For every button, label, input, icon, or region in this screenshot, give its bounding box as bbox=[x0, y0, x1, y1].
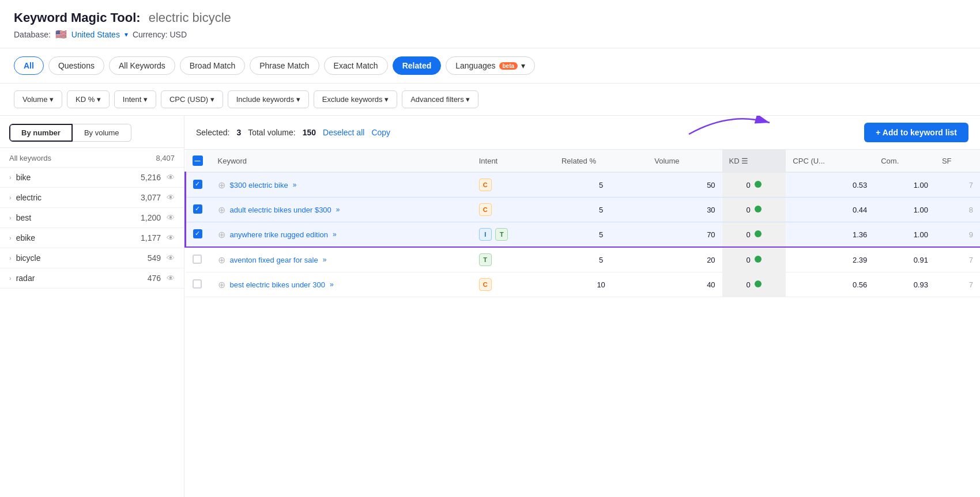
selected-label: Selected: bbox=[196, 128, 229, 137]
eye-icon[interactable]: 👁 bbox=[167, 193, 175, 202]
row-checkbox[interactable] bbox=[193, 180, 202, 189]
exclude-keywords-filter[interactable]: Exclude keywords ▾ bbox=[314, 90, 397, 108]
col-kd[interactable]: KD ☰ bbox=[722, 150, 786, 172]
tab-broad-match[interactable]: Broad Match bbox=[180, 56, 245, 75]
sort-by-volume-button[interactable]: By volume bbox=[73, 124, 131, 142]
sidebar-all-keywords-label: All keywords bbox=[9, 154, 51, 162]
add-keyword-icon[interactable]: ⊕ bbox=[218, 255, 225, 265]
list-item[interactable]: › bicycle 549 👁 bbox=[0, 248, 184, 268]
keyword-link[interactable]: aventon fixed gear for sale bbox=[230, 256, 318, 264]
row-checkbox[interactable] bbox=[193, 255, 202, 264]
add-to-keyword-list-button[interactable]: + Add to keyword list bbox=[864, 123, 968, 142]
keyword-link[interactable]: adult electric bikes under $300 bbox=[230, 206, 331, 214]
eye-icon[interactable]: 👁 bbox=[167, 253, 175, 263]
selected-count: 3 bbox=[236, 128, 241, 137]
include-keywords-filter[interactable]: Include keywords ▾ bbox=[228, 90, 309, 108]
kd-dot bbox=[755, 230, 762, 237]
tab-questions[interactable]: Questions bbox=[48, 56, 104, 75]
list-item[interactable]: › ebike 1,177 👁 bbox=[0, 228, 184, 248]
flag-icon: 🇺🇸 bbox=[55, 29, 67, 40]
page-title: Keyword Magic Tool: electric bicycle bbox=[14, 10, 966, 25]
row-checkbox[interactable] bbox=[193, 279, 202, 289]
selection-bar: Selected: 3 Total volume: 150 Deselect a… bbox=[184, 116, 980, 150]
tab-all[interactable]: All bbox=[14, 56, 44, 75]
table-row: ⊕ anywhere trike rugged edition » I T 5 … bbox=[186, 222, 981, 248]
col-volume[interactable]: Volume bbox=[647, 150, 722, 172]
add-to-list-arrow bbox=[683, 116, 775, 137]
intent-badge: T bbox=[479, 253, 492, 266]
eye-icon[interactable]: 👁 bbox=[167, 213, 175, 222]
filter-bar: Volume ▾ KD % ▾ Intent ▾ CPC (USD) ▾ Inc… bbox=[0, 84, 980, 116]
col-com[interactable]: Com. bbox=[874, 150, 935, 172]
sidebar-keyword-list: › bike 5,216 👁 › electric 3,077 👁 › best… bbox=[0, 168, 184, 289]
keyword-link[interactable]: best electric bikes under 300 bbox=[230, 280, 325, 289]
col-related-pct[interactable]: Related % bbox=[555, 150, 647, 172]
sort-by-number-button[interactable]: By number bbox=[9, 124, 73, 142]
col-checkbox[interactable] bbox=[186, 150, 211, 172]
keyword-sidebar: By number By volume All keywords 8,407 ›… bbox=[0, 116, 184, 497]
chevron-right-icon: › bbox=[9, 174, 12, 181]
kd-dot bbox=[755, 206, 762, 213]
tab-all-keywords[interactable]: All Keywords bbox=[109, 56, 175, 75]
header-meta: Database: 🇺🇸 United States ▾ Currency: U… bbox=[14, 29, 966, 40]
col-intent[interactable]: Intent bbox=[472, 150, 555, 172]
intent-badge: C bbox=[479, 278, 492, 291]
eye-icon[interactable]: 👁 bbox=[167, 274, 175, 283]
eye-icon[interactable]: 👁 bbox=[167, 233, 175, 242]
kd-dot bbox=[755, 280, 762, 287]
keyword-arrows-icon[interactable]: » bbox=[330, 280, 334, 289]
table-row: ⊕ best electric bikes under 300 » C 10 4… bbox=[186, 272, 981, 297]
beta-badge: beta bbox=[499, 62, 518, 70]
tab-exact-match[interactable]: Exact Match bbox=[324, 56, 388, 75]
volume-filter[interactable]: Volume ▾ bbox=[14, 90, 62, 108]
row-checkbox[interactable] bbox=[193, 229, 202, 238]
kd-filter[interactable]: KD % ▾ bbox=[67, 90, 110, 108]
keyword-link[interactable]: anywhere trike rugged edition bbox=[230, 230, 329, 239]
table-row: ⊕ $300 electric bike » C 5 50 0 bbox=[186, 172, 981, 198]
col-keyword[interactable]: Keyword bbox=[211, 150, 472, 172]
add-keyword-icon[interactable]: ⊕ bbox=[218, 204, 225, 215]
copy-button[interactable]: Copy bbox=[371, 128, 390, 137]
eye-icon[interactable]: 👁 bbox=[167, 173, 175, 182]
chevron-down-icon: ▾ bbox=[521, 61, 525, 70]
col-sf[interactable]: SF bbox=[935, 150, 980, 172]
intent-badge: C bbox=[479, 179, 492, 191]
keyword-table-area: Selected: 3 Total volume: 150 Deselect a… bbox=[184, 116, 980, 497]
keyword-arrows-icon[interactable]: » bbox=[293, 181, 297, 189]
languages-dropdown[interactable]: Languages beta ▾ bbox=[446, 56, 535, 75]
list-item[interactable]: › electric 3,077 👁 bbox=[0, 188, 184, 208]
keyword-arrows-icon[interactable]: » bbox=[336, 206, 340, 214]
list-item[interactable]: › radar 476 👁 bbox=[0, 268, 184, 289]
list-item[interactable]: › bike 5,216 👁 bbox=[0, 168, 184, 188]
tab-bar: All Questions All Keywords Broad Match P… bbox=[0, 48, 980, 84]
intent-badge-t: T bbox=[495, 228, 508, 241]
chevron-right-icon: › bbox=[9, 214, 12, 221]
kd-dot bbox=[755, 256, 762, 263]
advanced-filters[interactable]: Advanced filters ▾ bbox=[402, 90, 478, 108]
keyword-link[interactable]: $300 electric bike bbox=[230, 181, 288, 189]
table-row: ⊕ aventon fixed gear for sale » T 5 20 0 bbox=[186, 247, 981, 272]
country-selector[interactable]: United States bbox=[71, 30, 120, 39]
select-all-checkbox[interactable] bbox=[193, 155, 203, 166]
col-cpc[interactable]: CPC (U... bbox=[786, 150, 874, 172]
chevron-right-icon: › bbox=[9, 275, 12, 282]
chevron-right-icon: › bbox=[9, 194, 12, 201]
keyword-arrows-icon[interactable]: » bbox=[333, 230, 337, 238]
add-keyword-icon[interactable]: ⊕ bbox=[218, 279, 225, 290]
keyword-arrows-icon[interactable]: » bbox=[323, 256, 327, 264]
list-item[interactable]: › best 1,200 👁 bbox=[0, 208, 184, 228]
chevron-right-icon: › bbox=[9, 234, 12, 241]
total-volume-label: Total volume: bbox=[248, 128, 295, 137]
tab-related[interactable]: Related bbox=[393, 56, 442, 75]
chevron-down-icon[interactable]: ▾ bbox=[125, 31, 128, 39]
cpc-filter[interactable]: CPC (USD) ▾ bbox=[161, 90, 223, 108]
intent-filter[interactable]: Intent ▾ bbox=[114, 90, 156, 108]
add-keyword-icon[interactable]: ⊕ bbox=[218, 180, 225, 191]
tab-phrase-match[interactable]: Phrase Match bbox=[250, 56, 319, 75]
kd-dot bbox=[755, 181, 762, 188]
table-row: ⊕ adult electric bikes under $300 » C 5 … bbox=[186, 198, 981, 222]
total-volume-value: 150 bbox=[303, 128, 316, 137]
deselect-all-button[interactable]: Deselect all bbox=[323, 128, 364, 137]
add-keyword-icon[interactable]: ⊕ bbox=[218, 229, 225, 240]
row-checkbox[interactable] bbox=[193, 204, 202, 214]
